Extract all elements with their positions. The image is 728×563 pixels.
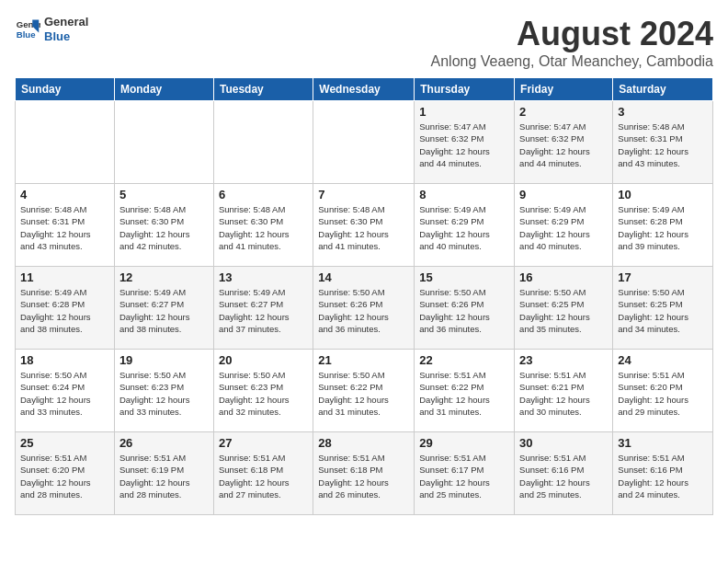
day-cell: 19Sunrise: 5:50 AM Sunset: 6:23 PM Dayli… bbox=[114, 350, 213, 432]
day-number: 8 bbox=[419, 188, 509, 201]
day-cell bbox=[213, 101, 313, 184]
day-cell: 4Sunrise: 5:48 AM Sunset: 6:31 PM Daylig… bbox=[16, 184, 115, 267]
logo-line1: General bbox=[44, 15, 88, 29]
day-cell: 14Sunrise: 5:50 AM Sunset: 6:26 PM Dayli… bbox=[313, 267, 415, 350]
day-cell: 27Sunrise: 5:51 AM Sunset: 6:18 PM Dayli… bbox=[213, 432, 313, 515]
logo: General Blue General Blue bbox=[15, 15, 88, 43]
day-cell: 2Sunrise: 5:47 AM Sunset: 6:32 PM Daylig… bbox=[515, 101, 613, 184]
day-info: Sunrise: 5:48 AM Sunset: 6:31 PM Dayligh… bbox=[618, 121, 708, 169]
week-row-5: 25Sunrise: 5:51 AM Sunset: 6:20 PM Dayli… bbox=[16, 432, 713, 515]
header-cell-saturday: Saturday bbox=[613, 78, 713, 101]
day-number: 15 bbox=[419, 270, 509, 284]
svg-text:Blue: Blue bbox=[17, 29, 36, 39]
day-info: Sunrise: 5:51 AM Sunset: 6:19 PM Dayligh… bbox=[119, 452, 209, 500]
calendar-body: 1Sunrise: 5:47 AM Sunset: 6:32 PM Daylig… bbox=[16, 101, 713, 515]
day-cell: 17Sunrise: 5:50 AM Sunset: 6:25 PM Dayli… bbox=[613, 267, 713, 350]
day-cell bbox=[114, 101, 213, 184]
day-cell: 5Sunrise: 5:48 AM Sunset: 6:30 PM Daylig… bbox=[114, 184, 213, 267]
day-cell: 26Sunrise: 5:51 AM Sunset: 6:19 PM Dayli… bbox=[114, 432, 213, 515]
day-info: Sunrise: 5:49 AM Sunset: 6:29 PM Dayligh… bbox=[419, 203, 509, 252]
day-info: Sunrise: 5:49 AM Sunset: 6:28 PM Dayligh… bbox=[618, 203, 708, 252]
day-cell: 16Sunrise: 5:50 AM Sunset: 6:25 PM Dayli… bbox=[515, 267, 613, 350]
day-info: Sunrise: 5:49 AM Sunset: 6:27 PM Dayligh… bbox=[119, 286, 209, 335]
week-row-2: 4Sunrise: 5:48 AM Sunset: 6:31 PM Daylig… bbox=[16, 184, 713, 267]
day-cell: 31Sunrise: 5:51 AM Sunset: 6:16 PM Dayli… bbox=[613, 432, 713, 515]
day-number: 7 bbox=[318, 188, 409, 201]
day-number: 4 bbox=[20, 188, 109, 201]
day-info: Sunrise: 5:50 AM Sunset: 6:23 PM Dayligh… bbox=[219, 369, 308, 418]
day-number: 5 bbox=[119, 188, 209, 201]
title-section: August 2024 Anlong Veaeng, Otar Meanchey… bbox=[431, 15, 713, 70]
day-number: 26 bbox=[119, 436, 209, 450]
day-number: 13 bbox=[219, 270, 308, 284]
day-info: Sunrise: 5:51 AM Sunset: 6:16 PM Dayligh… bbox=[519, 452, 608, 500]
day-number: 14 bbox=[318, 270, 409, 284]
day-info: Sunrise: 5:47 AM Sunset: 6:32 PM Dayligh… bbox=[519, 121, 608, 169]
day-number: 11 bbox=[20, 270, 109, 284]
header-cell-thursday: Thursday bbox=[415, 78, 515, 101]
day-cell bbox=[16, 101, 115, 184]
day-cell: 25Sunrise: 5:51 AM Sunset: 6:20 PM Dayli… bbox=[16, 432, 115, 515]
day-cell: 20Sunrise: 5:50 AM Sunset: 6:23 PM Dayli… bbox=[213, 350, 313, 432]
day-info: Sunrise: 5:48 AM Sunset: 6:31 PM Dayligh… bbox=[20, 203, 109, 252]
day-cell: 8Sunrise: 5:49 AM Sunset: 6:29 PM Daylig… bbox=[415, 184, 515, 267]
day-number: 29 bbox=[419, 436, 509, 450]
day-info: Sunrise: 5:51 AM Sunset: 6:17 PM Dayligh… bbox=[419, 452, 509, 500]
day-cell: 18Sunrise: 5:50 AM Sunset: 6:24 PM Dayli… bbox=[16, 350, 115, 432]
day-number: 17 bbox=[618, 270, 708, 284]
day-number: 20 bbox=[219, 353, 308, 367]
day-info: Sunrise: 5:51 AM Sunset: 6:22 PM Dayligh… bbox=[419, 369, 509, 418]
day-number: 28 bbox=[318, 436, 409, 450]
day-cell: 3Sunrise: 5:48 AM Sunset: 6:31 PM Daylig… bbox=[613, 101, 713, 184]
day-number: 25 bbox=[20, 436, 109, 450]
day-cell: 13Sunrise: 5:49 AM Sunset: 6:27 PM Dayli… bbox=[213, 267, 313, 350]
day-number: 9 bbox=[519, 188, 608, 201]
header-cell-friday: Friday bbox=[515, 78, 613, 101]
calendar-subtitle: Anlong Veaeng, Otar Meanchey, Cambodia bbox=[431, 53, 713, 70]
day-number: 27 bbox=[219, 436, 308, 450]
week-row-4: 18Sunrise: 5:50 AM Sunset: 6:24 PM Dayli… bbox=[16, 350, 713, 432]
day-info: Sunrise: 5:50 AM Sunset: 6:23 PM Dayligh… bbox=[119, 369, 209, 418]
day-info: Sunrise: 5:50 AM Sunset: 6:26 PM Dayligh… bbox=[318, 286, 409, 335]
header-cell-wednesday: Wednesday bbox=[313, 78, 415, 101]
day-cell bbox=[313, 101, 415, 184]
day-cell: 28Sunrise: 5:51 AM Sunset: 6:18 PM Dayli… bbox=[313, 432, 415, 515]
day-cell: 10Sunrise: 5:49 AM Sunset: 6:28 PM Dayli… bbox=[613, 184, 713, 267]
day-info: Sunrise: 5:48 AM Sunset: 6:30 PM Dayligh… bbox=[219, 203, 308, 252]
day-info: Sunrise: 5:51 AM Sunset: 6:16 PM Dayligh… bbox=[618, 452, 708, 500]
day-number: 30 bbox=[519, 436, 608, 450]
day-cell: 11Sunrise: 5:49 AM Sunset: 6:28 PM Dayli… bbox=[16, 267, 115, 350]
day-info: Sunrise: 5:47 AM Sunset: 6:32 PM Dayligh… bbox=[419, 121, 509, 169]
day-cell: 9Sunrise: 5:49 AM Sunset: 6:29 PM Daylig… bbox=[515, 184, 613, 267]
day-info: Sunrise: 5:50 AM Sunset: 6:25 PM Dayligh… bbox=[519, 286, 608, 335]
day-cell: 23Sunrise: 5:51 AM Sunset: 6:21 PM Dayli… bbox=[515, 350, 613, 432]
header-cell-monday: Monday bbox=[114, 78, 213, 101]
week-row-3: 11Sunrise: 5:49 AM Sunset: 6:28 PM Dayli… bbox=[16, 267, 713, 350]
day-number: 3 bbox=[618, 105, 708, 119]
day-number: 21 bbox=[318, 353, 409, 367]
logo-icon: General Blue bbox=[15, 17, 40, 42]
day-cell: 22Sunrise: 5:51 AM Sunset: 6:22 PM Dayli… bbox=[415, 350, 515, 432]
day-info: Sunrise: 5:51 AM Sunset: 6:18 PM Dayligh… bbox=[318, 452, 409, 500]
day-number: 23 bbox=[519, 353, 608, 367]
day-number: 1 bbox=[419, 105, 509, 119]
day-number: 24 bbox=[618, 353, 708, 367]
day-info: Sunrise: 5:48 AM Sunset: 6:30 PM Dayligh… bbox=[318, 203, 409, 252]
day-cell: 7Sunrise: 5:48 AM Sunset: 6:30 PM Daylig… bbox=[313, 184, 415, 267]
header-cell-sunday: Sunday bbox=[16, 78, 115, 101]
day-cell: 29Sunrise: 5:51 AM Sunset: 6:17 PM Dayli… bbox=[415, 432, 515, 515]
day-number: 22 bbox=[419, 353, 509, 367]
day-info: Sunrise: 5:48 AM Sunset: 6:30 PM Dayligh… bbox=[119, 203, 209, 252]
day-cell: 15Sunrise: 5:50 AM Sunset: 6:26 PM Dayli… bbox=[415, 267, 515, 350]
week-row-1: 1Sunrise: 5:47 AM Sunset: 6:32 PM Daylig… bbox=[16, 101, 713, 184]
day-info: Sunrise: 5:49 AM Sunset: 6:29 PM Dayligh… bbox=[519, 203, 608, 252]
day-cell: 30Sunrise: 5:51 AM Sunset: 6:16 PM Dayli… bbox=[515, 432, 613, 515]
day-info: Sunrise: 5:51 AM Sunset: 6:21 PM Dayligh… bbox=[519, 369, 608, 418]
calendar-header-row: SundayMondayTuesdayWednesdayThursdayFrid… bbox=[16, 78, 713, 101]
day-info: Sunrise: 5:50 AM Sunset: 6:22 PM Dayligh… bbox=[318, 369, 409, 418]
day-number: 16 bbox=[519, 270, 608, 284]
day-info: Sunrise: 5:51 AM Sunset: 6:20 PM Dayligh… bbox=[618, 369, 708, 418]
day-number: 2 bbox=[519, 105, 608, 119]
day-info: Sunrise: 5:50 AM Sunset: 6:24 PM Dayligh… bbox=[20, 369, 109, 418]
day-info: Sunrise: 5:50 AM Sunset: 6:26 PM Dayligh… bbox=[419, 286, 509, 335]
